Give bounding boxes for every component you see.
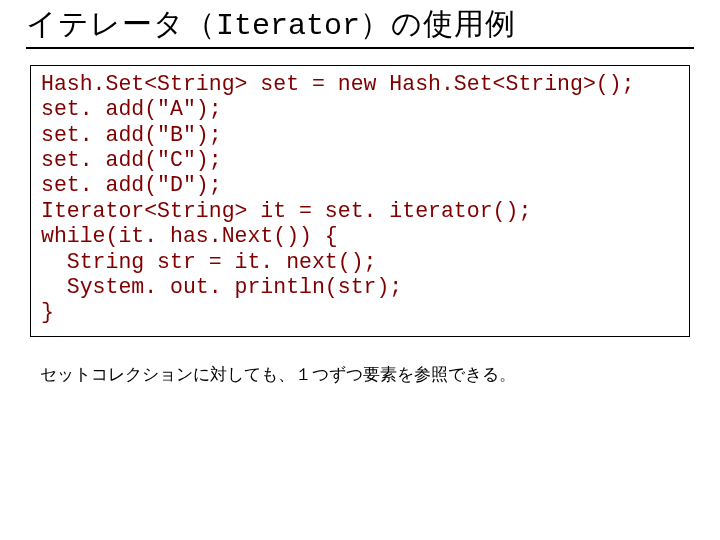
title-underline [26, 47, 694, 49]
caption-text: セットコレクションに対しても、１つずつ要素を参照できる。 [40, 363, 720, 386]
slide: イテレータ（Iterator）の使用例 Hash.Set<String> set… [0, 0, 720, 540]
title-mono: Iterator [216, 9, 360, 43]
slide-title: イテレータ（Iterator）の使用例 [26, 4, 694, 45]
title-block: イテレータ（Iterator）の使用例 [0, 0, 720, 49]
code-listing: Hash.Set<String> set = new Hash.Set<Stri… [41, 72, 679, 326]
code-box: Hash.Set<String> set = new Hash.Set<Stri… [30, 65, 690, 337]
title-pre: イテレータ（ [26, 7, 216, 40]
title-post: ）の使用例 [360, 7, 516, 40]
